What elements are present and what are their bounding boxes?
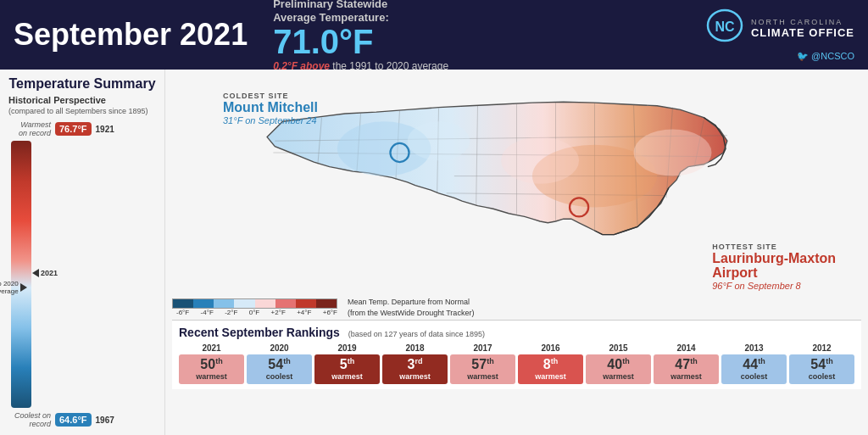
- ranking-year: 2017: [473, 343, 492, 353]
- left-panel: Temperature Summary Historical Perspecti…: [0, 70, 165, 435]
- ranking-year: 2016: [541, 343, 559, 353]
- ranking-year: 2021: [202, 343, 220, 353]
- ranking-col: 201540thwarmest: [586, 343, 651, 383]
- ranking-col: 20183rdwarmest: [382, 343, 448, 383]
- rankings-section: Recent September Rankings (based on 127 …: [172, 320, 861, 388]
- ranking-badge: 8thwarmest: [518, 354, 583, 383]
- ranking-col: 201757thwarmest: [450, 343, 515, 383]
- sub-title: Temperature Summary: [8, 76, 156, 92]
- header-center: Preliminary Statewide Average Temperatur…: [273, 0, 706, 72]
- svg-point-18: [408, 121, 470, 160]
- ranking-col: 201447thwarmest: [654, 343, 719, 383]
- coldest-site: COLDEST SITE Mount Mitchell 31°F on Sept…: [223, 92, 318, 125]
- rankings-table: 202150thwarmest202054thcoolest20195thwar…: [179, 343, 854, 383]
- ranking-badge: 44thcoolest: [721, 354, 787, 383]
- hottest-site: HOTTEST SITE Laurinburg-MaxtonAirport 96…: [712, 243, 836, 291]
- historical-sub: (compared to all Septembers since 1895): [8, 107, 156, 115]
- ranking-col: 20195thwarmest: [314, 343, 380, 383]
- temp-value: 71.0°F: [273, 25, 373, 59]
- warmest-label: Warmeston record: [8, 120, 51, 137]
- main-content: Temperature Summary Historical Perspecti…: [0, 70, 868, 435]
- ranking-year: 2014: [676, 343, 695, 353]
- temp-label: Preliminary Statewide Average Temperatur…: [273, 0, 389, 25]
- nc-text: NORTH CAROLINA CLIMATE OFFICE: [751, 18, 854, 39]
- svg-point-21: [501, 137, 579, 184]
- warmest-record: Warmeston record 76.7°F 1921: [8, 120, 156, 137]
- ranking-col: 202150thwarmest: [179, 343, 244, 383]
- thermometer: 1991 to 2020 average 2021: [8, 141, 156, 408]
- ranking-year: 2019: [337, 343, 356, 353]
- scale-desc: Mean Temp. Departure from Normal (from t…: [348, 297, 474, 318]
- scale-bar: [172, 298, 337, 309]
- coolest-record: Coolest onrecord 64.6°F 1967: [8, 411, 156, 428]
- twitter-handle: 🐦 @NCSCO: [797, 51, 854, 62]
- ranking-badge: 40thwarmest: [586, 354, 651, 383]
- right-panel: COLDEST SITE Mount Mitchell 31°F on Sept…: [165, 70, 868, 435]
- map-container: COLDEST SITE Mount Mitchell 31°F on Sept…: [172, 75, 861, 295]
- ranking-year: 2013: [744, 343, 763, 353]
- warmest-temp: 76.7°F: [55, 122, 92, 136]
- page-title: September 2021: [14, 17, 248, 53]
- nc-logo: NC NORTH CAROLINA CLIMATE OFFICE: [706, 8, 854, 48]
- rankings-header: Recent September Rankings (based on 127 …: [179, 326, 854, 339]
- ranking-col: 201254thcoolest: [789, 343, 854, 383]
- ranking-badge: 54thcoolest: [789, 354, 854, 383]
- ranking-year: 2012: [812, 343, 831, 353]
- coolest-temp: 64.6°F: [55, 413, 92, 427]
- ranking-badge: 47thwarmest: [654, 354, 719, 383]
- ranking-badge: 54thcoolest: [247, 354, 312, 383]
- ranking-badge: 5thwarmest: [314, 354, 380, 383]
- header: September 2021 Preliminary Statewide Ave…: [0, 0, 868, 70]
- svg-text:NC: NC: [715, 20, 735, 34]
- ranking-year: 2020: [270, 343, 288, 353]
- color-scale: -6°F -4°F -2°F 0°F +2°F +4°F +6°F Mean T…: [172, 297, 861, 318]
- historical-title: Historical Perspective: [8, 95, 156, 105]
- ranking-badge: 50thwarmest: [179, 354, 244, 383]
- ranking-col: 20168thwarmest: [518, 343, 583, 383]
- main-container: September 2021 Preliminary Statewide Ave…: [0, 0, 868, 435]
- ranking-badge: 3rdwarmest: [382, 354, 448, 383]
- scale-labels: -6°F -4°F -2°F 0°F +2°F +4°F +6°F: [176, 309, 337, 316]
- svg-point-20: [634, 129, 712, 176]
- ranking-year: 2018: [405, 343, 424, 353]
- year-2021-right-marker: 2021: [32, 269, 58, 277]
- coolest-label: Coolest onrecord: [8, 411, 51, 428]
- ranking-badge: 57thwarmest: [450, 354, 515, 383]
- ranking-col: 201344thcoolest: [721, 343, 787, 383]
- nc-emblem: NC: [706, 8, 744, 48]
- ranking-year: 2015: [609, 343, 627, 353]
- year-2021-marker: 1991 to 2020 average: [0, 280, 27, 295]
- logo-area: NC NORTH CAROLINA CLIMATE OFFICE 🐦 @NCSC…: [706, 8, 854, 62]
- ranking-col: 202054thcoolest: [247, 343, 312, 383]
